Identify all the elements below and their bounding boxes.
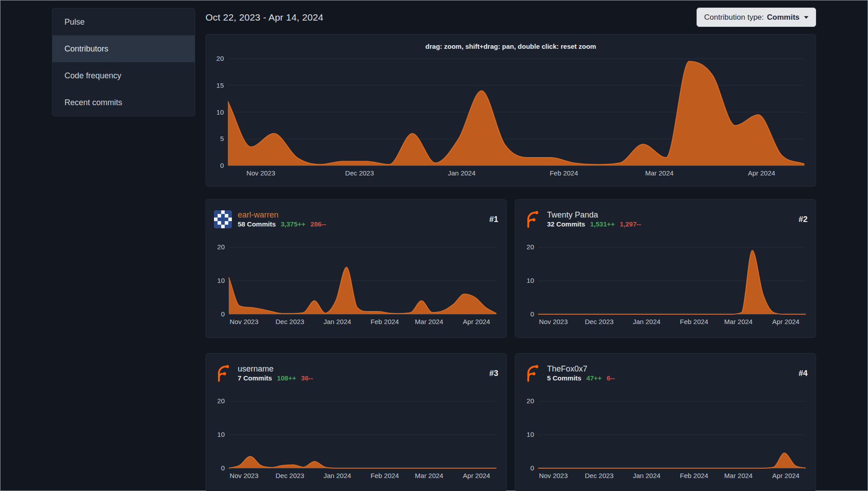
svg-text:Dec 2023: Dec 2023 (275, 472, 304, 479)
additions-count: 47++ (586, 374, 602, 382)
main-content: Oct 22, 2023 - Apr 14, 2024 Contribution… (205, 0, 816, 491)
contributor-info: Twenty Panda 32 Commits 1,531++ 1,297-- (547, 210, 793, 229)
contributor-name: Twenty Panda (547, 210, 793, 220)
svg-text:0: 0 (221, 464, 225, 472)
contributor-rank: #2 (799, 215, 808, 224)
additions-count: 108++ (277, 374, 296, 382)
svg-text:5: 5 (220, 135, 224, 142)
svg-text:Dec 2023: Dec 2023 (585, 318, 613, 325)
svg-text:20: 20 (217, 398, 225, 405)
sidebar-menu: Pulse Contributors Code frequency Recent… (52, 8, 195, 116)
contributor-card-1: earl-warren 58 Commits 3,375++ 286-- #1 … (205, 199, 507, 338)
svg-text:Jan 2024: Jan 2024 (633, 472, 661, 479)
forgejo-logo-avatar (214, 364, 232, 382)
contributor-name: username (238, 364, 484, 374)
contributor-info: earl-warren 58 Commits 3,375++ 286-- (238, 210, 484, 229)
svg-text:20: 20 (217, 244, 225, 251)
contributor-stats: 5 Commits 47++ 6-- (547, 374, 793, 383)
contributor-info: username 7 Commits 108++ 36-- (238, 364, 484, 383)
svg-text:Feb 2024: Feb 2024 (371, 318, 399, 325)
contributor-rank: #4 (799, 369, 808, 378)
svg-text:10: 10 (216, 108, 224, 116)
contributor-header: username 7 Commits 108++ 36-- #3 (214, 362, 498, 385)
svg-text:0: 0 (221, 310, 225, 318)
svg-text:Nov 2023: Nov 2023 (247, 169, 275, 177)
svg-text:20: 20 (526, 244, 534, 251)
forgejo-logo-icon (523, 210, 541, 228)
svg-text:Apr 2024: Apr 2024 (463, 318, 490, 325)
contributor-header: TheFox0x7 5 Commits 47++ 6-- #4 (523, 362, 808, 385)
svg-text:Apr 2024: Apr 2024 (772, 472, 800, 479)
svg-text:0: 0 (530, 310, 534, 318)
svg-text:Nov 2023: Nov 2023 (539, 472, 568, 479)
svg-text:Mar 2024: Mar 2024 (724, 472, 753, 479)
svg-text:Jan 2024: Jan 2024 (324, 318, 351, 325)
svg-text:Feb 2024: Feb 2024 (550, 169, 578, 177)
main-chart-card: drag: zoom, shift+drag: pan, double clic… (205, 34, 816, 187)
svg-text:Jan 2024: Jan 2024 (324, 472, 351, 479)
contribution-type-value: Commits (767, 13, 800, 22)
contributor-header: earl-warren 58 Commits 3,375++ 286-- #1 (214, 208, 498, 231)
svg-text:Dec 2023: Dec 2023 (585, 472, 613, 479)
earl-warren-avatar[interactable] (214, 210, 232, 228)
contributor-chart-2[interactable]: 01020Nov 2023Dec 2023Jan 2024Feb 2024Mar… (523, 244, 808, 330)
chart-zoom-hint: drag: zoom, shift+drag: pan, double clic… (213, 42, 808, 51)
additions-count: 3,375++ (281, 220, 305, 228)
svg-text:10: 10 (526, 277, 534, 284)
commits-count: 32 Commits (547, 220, 585, 228)
sidebar-item-code-frequency[interactable]: Code frequency (52, 62, 195, 89)
deletions-count: 6-- (607, 374, 615, 382)
deletions-count: 36-- (301, 374, 313, 382)
svg-text:Nov 2023: Nov 2023 (230, 318, 258, 325)
svg-text:Mar 2024: Mar 2024 (415, 472, 443, 479)
date-range-title: Oct 22, 2023 - Apr 14, 2024 (205, 12, 323, 23)
contributor-card-4: TheFox0x7 5 Commits 47++ 6-- #4 01020Nov… (515, 353, 816, 491)
svg-text:Apr 2024: Apr 2024 (748, 169, 775, 177)
contribution-type-button[interactable]: Contribution type: Commits (697, 8, 816, 27)
svg-text:Mar 2024: Mar 2024 (415, 318, 443, 325)
forgejo-logo-avatar (523, 210, 541, 228)
contributor-stats: 58 Commits 3,375++ 286-- (238, 220, 484, 229)
sidebar-item-contributors[interactable]: Contributors (52, 35, 195, 62)
contributor-name[interactable]: earl-warren (238, 210, 484, 220)
svg-text:Feb 2024: Feb 2024 (680, 472, 708, 479)
sidebar-item-recent-commits[interactable]: Recent commits (52, 89, 195, 116)
svg-text:10: 10 (217, 431, 225, 438)
svg-text:Feb 2024: Feb 2024 (371, 472, 399, 479)
contributor-chart-3[interactable]: 01020Nov 2023Dec 2023Jan 2024Feb 2024Mar… (214, 398, 498, 484)
svg-text:Mar 2024: Mar 2024 (724, 318, 753, 325)
contributor-stats: 32 Commits 1,531++ 1,297-- (547, 220, 793, 229)
contributor-rank: #3 (489, 369, 498, 378)
commits-count: 7 Commits (238, 374, 272, 382)
svg-text:Jan 2024: Jan 2024 (633, 318, 661, 325)
contribution-type-label: Contribution type: (704, 13, 764, 22)
contributor-card-3: username 7 Commits 108++ 36-- #3 01020No… (205, 353, 507, 491)
contributor-chart-1[interactable]: 01020Nov 2023Dec 2023Jan 2024Feb 2024Mar… (214, 244, 498, 330)
svg-text:10: 10 (526, 431, 534, 438)
forgejo-logo-avatar (523, 364, 541, 382)
svg-text:15: 15 (216, 81, 224, 89)
svg-text:Apr 2024: Apr 2024 (463, 472, 490, 479)
svg-text:20: 20 (526, 398, 534, 405)
contributor-grid: earl-warren 58 Commits 3,375++ 286-- #1 … (205, 199, 816, 491)
contributor-card-2: Twenty Panda 32 Commits 1,531++ 1,297-- … (515, 199, 816, 338)
contributor-chart-4[interactable]: 01020Nov 2023Dec 2023Jan 2024Feb 2024Mar… (523, 398, 808, 484)
svg-text:0: 0 (220, 162, 224, 169)
svg-text:0: 0 (530, 464, 534, 472)
commits-count: 5 Commits (547, 374, 582, 382)
chevron-down-icon (804, 16, 808, 19)
commits-count: 58 Commits (238, 220, 276, 228)
deletions-count: 1,297-- (620, 220, 641, 228)
svg-text:Nov 2023: Nov 2023 (230, 472, 258, 479)
svg-text:Feb 2024: Feb 2024 (680, 318, 708, 325)
svg-text:Mar 2024: Mar 2024 (645, 169, 673, 177)
contributors-page: Pulse Contributors Code frequency Recent… (0, 0, 868, 491)
contributor-stats: 7 Commits 108++ 36-- (238, 374, 484, 383)
sidebar-item-pulse[interactable]: Pulse (52, 9, 195, 35)
deletions-count: 286-- (310, 220, 326, 228)
additions-count: 1,531++ (590, 220, 615, 228)
identicon-image (214, 210, 232, 228)
svg-text:Dec 2023: Dec 2023 (275, 318, 304, 325)
svg-text:10: 10 (217, 277, 225, 284)
main-activity-chart[interactable]: 05101520Nov 2023Dec 2023Jan 2024Feb 2024… (213, 56, 808, 180)
